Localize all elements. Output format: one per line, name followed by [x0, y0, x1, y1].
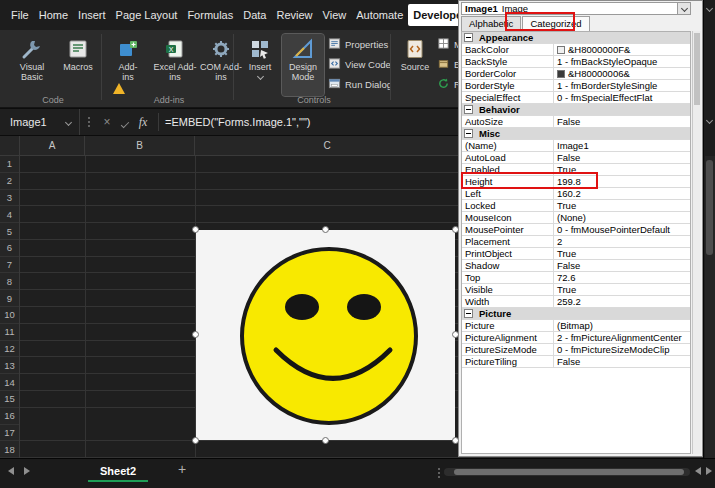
selection-handle[interactable] — [322, 226, 329, 233]
column-header-b[interactable]: B — [85, 136, 195, 155]
property-row-picturesizemode[interactable]: PictureSizeMode0 - fmPictureSizeModeClip — [462, 344, 690, 356]
property-row-placement[interactable]: Placement2 — [462, 236, 690, 248]
tab-alphabetic[interactable]: Alphabetic — [461, 16, 521, 31]
property-category-behavior[interactable]: Behavior — [462, 104, 690, 116]
add-sheet-button[interactable]: + — [178, 461, 186, 477]
collapse-minus-icon[interactable] — [464, 105, 473, 114]
property-row-picture[interactable]: Picture(Bitmap) — [462, 320, 690, 332]
property-row-mousepointer[interactable]: MousePointer0 - fmMousePointerDefault — [462, 224, 690, 236]
formula-bar-expand-icon[interactable] — [706, 117, 713, 124]
insert-function-icon[interactable]: fx — [134, 115, 152, 130]
property-row-height[interactable]: Height199.8 — [462, 176, 690, 188]
property-row-left[interactable]: Left160.2 — [462, 188, 690, 200]
property-row-bordercolor[interactable]: BorderColor&H80000006& — [462, 68, 690, 80]
view-code-button[interactable]: View Code — [328, 56, 390, 72]
row-header[interactable]: 5 — [0, 223, 19, 240]
collapse-minus-icon[interactable] — [464, 33, 473, 42]
property-row-width[interactable]: Width259.2 — [462, 296, 690, 308]
property-row-backcolor[interactable]: BackColor&H8000000F& — [462, 44, 690, 56]
row-header[interactable]: 7 — [0, 257, 19, 274]
column-header-c[interactable]: C — [195, 136, 460, 155]
selection-handle[interactable] — [192, 437, 199, 444]
menu-review[interactable]: Review — [271, 4, 317, 26]
menu-automate[interactable]: Automate — [351, 4, 408, 26]
row-header[interactable]: 6 — [0, 240, 19, 257]
macros-button[interactable]: Macros — [58, 34, 98, 96]
source-button[interactable]: Source — [394, 34, 436, 96]
cancel-icon[interactable]: × — [98, 115, 116, 129]
property-row-locked[interactable]: LockedTrue — [462, 200, 690, 212]
row-header[interactable]: 1 — [0, 156, 19, 173]
property-row-shadow[interactable]: ShadowFalse — [462, 260, 690, 272]
property-row-enabled[interactable]: EnabledTrue — [462, 164, 690, 176]
insert-controls-button[interactable]: Insert — [240, 34, 280, 96]
formula-bar-drag-handle[interactable] — [88, 117, 90, 127]
properties-scrollbar[interactable] — [692, 31, 701, 454]
design-mode-button[interactable]: Design Mode — [282, 34, 324, 96]
row-header[interactable]: 17 — [0, 425, 19, 442]
row-header[interactable]: 4 — [0, 206, 19, 223]
object-dropdown-chevron-icon[interactable] — [677, 3, 690, 14]
properties-button[interactable]: Properties — [328, 36, 390, 52]
row-header[interactable]: 15 — [0, 391, 19, 408]
enter-check-icon[interactable] — [116, 115, 134, 129]
vertical-scrollbar-thumb[interactable] — [706, 160, 713, 255]
menu-file[interactable]: File — [6, 4, 34, 26]
tabbar-drag-handle[interactable] — [438, 468, 440, 478]
property-row-name[interactable]: (Name)Image1 — [462, 140, 690, 152]
object-dropdown[interactable]: Image1 Image — [461, 2, 691, 15]
prev-sheet-icon[interactable] — [8, 467, 14, 475]
sheet-tab-sheet2[interactable]: Sheet2 — [84, 461, 152, 481]
property-category-appearance[interactable]: Appearance — [462, 32, 690, 44]
property-row-borderstyle[interactable]: BorderStyle1 - fmBorderStyleSingle — [462, 80, 690, 92]
select-all-corner[interactable] — [0, 136, 20, 155]
ribbon-collapse-icon[interactable] — [706, 5, 713, 12]
scroll-left-icon[interactable] — [695, 467, 701, 475]
property-row-picturetiling[interactable]: PictureTilingFalse — [462, 356, 690, 368]
property-row-picturealignment[interactable]: PictureAlignment2 - fmPictureAlignmentCe… — [462, 332, 690, 344]
row-header[interactable]: 16 — [0, 408, 19, 425]
row-header[interactable]: 2 — [0, 173, 19, 190]
collapse-minus-icon[interactable] — [464, 129, 473, 138]
menu-formulas[interactable]: Formulas — [182, 4, 238, 26]
menu-home[interactable]: Home — [34, 4, 73, 26]
property-row-printobject[interactable]: PrintObjectTrue — [462, 248, 690, 260]
scroll-right-icon[interactable] — [706, 467, 712, 475]
visual-basic-button[interactable]: Visual Basic — [8, 34, 56, 96]
row-header[interactable]: 9 — [0, 290, 19, 307]
properties-scrollbar-thumb[interactable] — [694, 33, 700, 105]
row-header[interactable]: 12 — [0, 341, 19, 358]
row-header[interactable]: 3 — [0, 190, 19, 207]
next-sheet-icon[interactable] — [24, 467, 30, 475]
property-row-autosize[interactable]: AutoSizeFalse — [462, 116, 690, 128]
com-addins-button[interactable]: COM Add-ins — [200, 34, 242, 96]
column-header-a[interactable]: A — [20, 136, 85, 155]
embedded-image-control[interactable] — [196, 230, 455, 440]
menu-view[interactable]: View — [318, 4, 352, 26]
row-header[interactable]: 13 — [0, 357, 19, 374]
row-header[interactable]: 14 — [0, 374, 19, 391]
property-row-specialeffect[interactable]: SpecialEffect0 - fmSpecialEffectFlat — [462, 92, 690, 104]
selection-handle[interactable] — [322, 437, 329, 444]
horizontal-scrollbar[interactable] — [444, 468, 690, 476]
row-header[interactable]: 10 — [0, 307, 19, 324]
menu-page-layout[interactable]: Page Layout — [111, 4, 183, 26]
property-row-visible[interactable]: VisibleTrue — [462, 284, 690, 296]
collapse-minus-icon[interactable] — [464, 309, 473, 318]
name-box[interactable]: Image1 — [0, 109, 80, 135]
property-row-autoload[interactable]: AutoLoadFalse — [462, 152, 690, 164]
property-category-misc[interactable]: Misc — [462, 128, 690, 140]
row-header[interactable]: 11 — [0, 324, 19, 341]
formula-input[interactable]: =EMBED("Forms.Image.1","") — [165, 116, 311, 128]
vertical-scrollbar[interactable] — [705, 156, 715, 458]
row-header[interactable]: 8 — [0, 273, 19, 290]
menu-data[interactable]: Data — [238, 4, 271, 26]
property-category-picture[interactable]: Picture — [462, 308, 690, 320]
tab-categorized[interactable]: Categorized — [522, 16, 589, 31]
property-row-mouseicon[interactable]: MouseIcon(None) — [462, 212, 690, 224]
horizontal-scrollbar-thumb[interactable] — [454, 469, 684, 475]
row-header[interactable]: 18 — [0, 441, 19, 458]
property-row-backstyle[interactable]: BackStyle1 - fmBackStyleOpaque — [462, 56, 690, 68]
run-dialog-button[interactable]: Run Dialog — [328, 76, 390, 92]
excel-addins-button[interactable]: X Excel Add-ins — [152, 34, 198, 96]
